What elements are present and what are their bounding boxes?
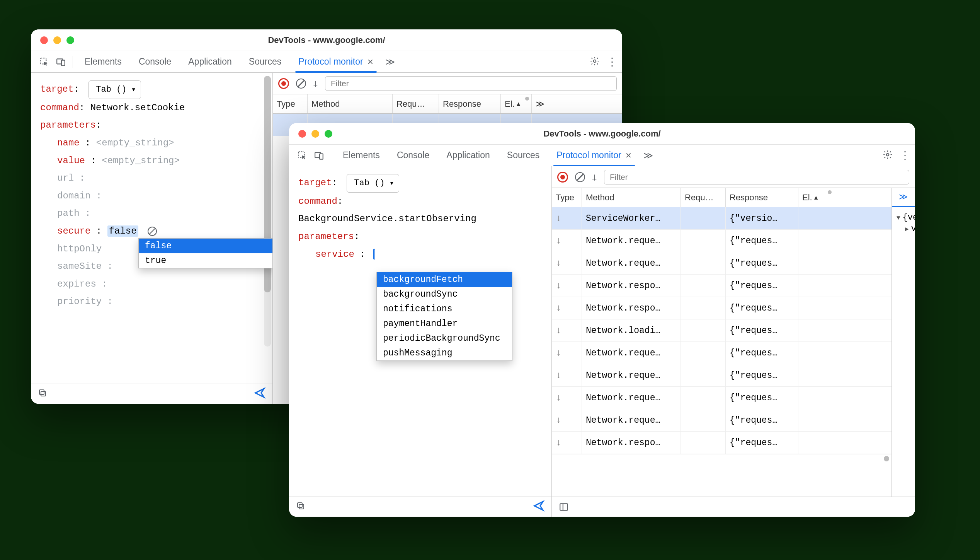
col-elapsed[interactable]: El.▲ bbox=[798, 188, 834, 207]
param-secure[interactable]: secure bbox=[57, 226, 90, 236]
cell-response: {"reques… bbox=[726, 342, 798, 364]
more-tabs-icon[interactable]: ≫ bbox=[385, 56, 393, 67]
param-url[interactable]: url bbox=[57, 173, 74, 183]
col-type[interactable]: Type bbox=[273, 94, 308, 113]
table-row[interactable]: ↓Network.respo…{"reques… bbox=[552, 275, 892, 297]
dropdown-option-true[interactable]: true bbox=[139, 253, 273, 268]
record-button[interactable] bbox=[278, 78, 289, 89]
device-toolbar-icon[interactable] bbox=[53, 53, 70, 70]
tab-console[interactable]: Console bbox=[130, 51, 180, 72]
table-row[interactable]: ↓Network.reque…{"reques… bbox=[552, 252, 892, 275]
svg-rect-8 bbox=[320, 154, 323, 159]
param-expires[interactable]: expires bbox=[57, 279, 96, 289]
tab-protocol-monitor[interactable]: Protocol monitor ✕ bbox=[290, 51, 382, 72]
send-button[interactable] bbox=[533, 500, 544, 514]
param-priority[interactable]: priority bbox=[57, 296, 102, 307]
clear-button[interactable] bbox=[575, 172, 585, 182]
close-window-button[interactable] bbox=[298, 130, 306, 138]
dropdown-option[interactable]: periodicBackgroundSync bbox=[377, 331, 512, 346]
param-service[interactable]: service bbox=[315, 249, 354, 260]
filter-input[interactable] bbox=[604, 170, 909, 184]
more-tabs-icon[interactable]: ≫ bbox=[643, 150, 652, 161]
inspect-icon[interactable] bbox=[294, 147, 311, 164]
kebab-menu-icon[interactable]: ⋮ bbox=[607, 59, 618, 65]
dropdown-option-false[interactable]: false bbox=[139, 239, 273, 253]
clear-button[interactable] bbox=[296, 79, 306, 89]
close-tab-icon[interactable]: ✕ bbox=[625, 151, 632, 160]
kebab-menu-icon[interactable]: ⋮ bbox=[900, 153, 910, 158]
col-response[interactable]: Response bbox=[439, 94, 501, 113]
dropdown-option[interactable]: paymentHandler bbox=[377, 316, 512, 331]
tab-application[interactable]: Application bbox=[438, 145, 499, 166]
col-more[interactable]: ≫ bbox=[532, 94, 555, 113]
tree-child[interactable]: ▶ver bbox=[897, 223, 910, 234]
minimize-window-button[interactable] bbox=[311, 130, 319, 138]
tab-console[interactable]: Console bbox=[388, 145, 438, 166]
col-request[interactable]: Requ… bbox=[681, 188, 726, 207]
table-row[interactable]: ↓Network.reque…{"reques… bbox=[552, 409, 892, 432]
service-dropdown[interactable]: backgroundFetch backgroundSync notificat… bbox=[376, 272, 512, 361]
tab-protocol-monitor[interactable]: Protocol monitor ✕ bbox=[548, 145, 640, 166]
device-toolbar-icon[interactable] bbox=[311, 147, 328, 164]
arrow-down-icon: ↓ bbox=[556, 437, 561, 448]
dropdown-option[interactable]: pushMessaging bbox=[377, 346, 512, 360]
gear-icon[interactable] bbox=[883, 150, 893, 161]
target-select[interactable]: Tab () ▼ bbox=[347, 174, 399, 193]
table-row[interactable]: ↓Network.reque…{"reques… bbox=[552, 230, 892, 252]
target-select[interactable]: Tab () ▼ bbox=[88, 80, 141, 99]
tree-root[interactable]: ▼{vers bbox=[897, 212, 910, 223]
tab-sources[interactable]: Sources bbox=[240, 51, 290, 72]
download-icon[interactable]: ↓ bbox=[592, 171, 597, 183]
param-httponly[interactable]: httpOnly bbox=[57, 244, 102, 254]
dropdown-option[interactable]: notifications bbox=[377, 302, 512, 316]
scrollbar[interactable] bbox=[264, 76, 271, 347]
close-window-button[interactable] bbox=[40, 36, 48, 44]
maximize-window-button[interactable] bbox=[325, 130, 332, 138]
tab-sources[interactable]: Sources bbox=[499, 145, 548, 166]
param-value[interactable]: value bbox=[57, 155, 85, 166]
col-more[interactable]: ≫ bbox=[892, 188, 915, 207]
table-row[interactable]: ↓ServiceWorker…{"versio… bbox=[552, 207, 892, 230]
param-name[interactable]: name bbox=[57, 138, 80, 148]
gear-icon[interactable] bbox=[590, 56, 600, 68]
toggle-panel-icon[interactable] bbox=[559, 502, 569, 512]
table-row[interactable]: ↓Network.loadi…{"reques… bbox=[552, 319, 892, 342]
param-samesite[interactable]: sameSite bbox=[57, 261, 102, 271]
minimize-window-button[interactable] bbox=[53, 36, 61, 44]
param-secure-value[interactable]: false bbox=[107, 225, 138, 237]
close-tab-icon[interactable]: ✕ bbox=[367, 57, 374, 67]
svg-rect-5 bbox=[39, 390, 44, 394]
table-row[interactable]: ↓Network.respo…{"reques… bbox=[552, 297, 892, 319]
arrow-down-icon: ↓ bbox=[556, 325, 561, 336]
copy-icon[interactable] bbox=[296, 501, 305, 513]
col-response[interactable]: Response bbox=[726, 188, 798, 207]
col-type[interactable]: Type bbox=[552, 188, 582, 207]
param-path[interactable]: path bbox=[57, 208, 80, 219]
col-request[interactable]: Requ… bbox=[393, 94, 439, 113]
col-method[interactable]: Method bbox=[308, 94, 393, 113]
table-row[interactable]: ↓Network.reque…{"reques… bbox=[552, 387, 892, 409]
scroll-hint bbox=[884, 456, 889, 461]
boolean-dropdown[interactable]: false true bbox=[138, 238, 273, 268]
arrow-down-icon: ↓ bbox=[556, 393, 561, 403]
send-button[interactable] bbox=[254, 387, 265, 401]
tab-elements[interactable]: Elements bbox=[76, 51, 130, 72]
arrow-down-icon: ↓ bbox=[556, 236, 561, 246]
dropdown-option[interactable]: backgroundFetch bbox=[377, 272, 512, 287]
table-row[interactable]: ↓Network.reque…{"reques… bbox=[552, 342, 892, 364]
filter-input[interactable] bbox=[325, 76, 617, 91]
inspect-icon[interactable] bbox=[36, 53, 53, 70]
maximize-window-button[interactable] bbox=[66, 36, 74, 44]
table-row[interactable]: ↓Network.respo…{"reques… bbox=[552, 432, 892, 454]
col-method[interactable]: Method bbox=[582, 188, 681, 207]
download-icon[interactable]: ↓ bbox=[313, 77, 318, 89]
tab-application[interactable]: Application bbox=[180, 51, 240, 72]
record-button[interactable] bbox=[557, 172, 568, 183]
param-domain[interactable]: domain bbox=[57, 191, 90, 201]
tab-elements[interactable]: Elements bbox=[334, 145, 388, 166]
clear-value-icon[interactable] bbox=[148, 227, 157, 236]
copy-icon[interactable] bbox=[38, 388, 47, 400]
table-row[interactable]: ↓Network.reque…{"reques… bbox=[552, 364, 892, 387]
dropdown-option[interactable]: backgroundSync bbox=[377, 287, 512, 302]
col-elapsed[interactable]: El.▲ bbox=[501, 94, 532, 113]
